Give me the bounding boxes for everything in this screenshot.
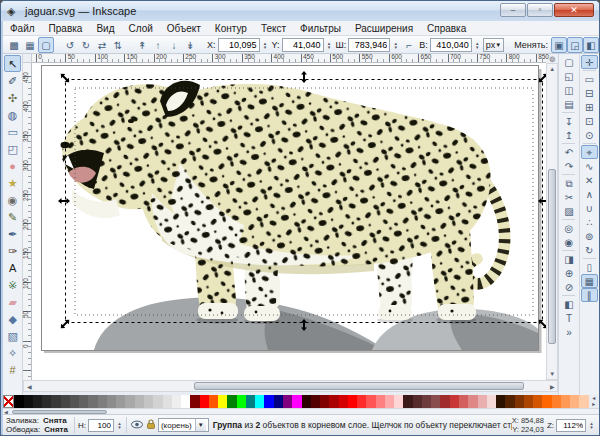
palette-swatch[interactable] (227, 395, 236, 408)
paste-button[interactable]: ▨ (560, 204, 577, 218)
palette-swatch[interactable] (116, 395, 125, 408)
snap-cusp-nodes-button[interactable]: ∧ (581, 187, 598, 201)
palette-swatch[interactable] (376, 395, 385, 408)
snap-intersections-button[interactable]: ✕ (581, 173, 598, 187)
palette-swatch[interactable] (98, 395, 107, 408)
flip-vertical-button[interactable]: ⇅ (110, 37, 126, 53)
select-all-button[interactable]: ▩ (6, 37, 22, 53)
snap-object-centers-button[interactable]: ⊚ (581, 229, 598, 243)
raise-button[interactable]: ↑ (150, 37, 166, 53)
palette-swatch[interactable] (487, 395, 496, 408)
pencil-tool[interactable]: ✎ (4, 208, 21, 225)
dropper-tool[interactable]: ✧ (4, 344, 21, 361)
close-button[interactable]: ✕ (554, 3, 594, 17)
vertical-ruler[interactable]: 450400350300250200150100500 (23, 63, 32, 380)
palette-swatch[interactable] (88, 395, 97, 408)
zoom-drawing-button[interactable]: ◎ (560, 221, 577, 235)
layer-visibility-icon[interactable] (130, 420, 144, 431)
text-tool[interactable]: А (4, 259, 21, 276)
palette-swatch[interactable] (459, 395, 468, 408)
palette-swatch[interactable] (505, 395, 514, 408)
palette-swatch[interactable] (496, 395, 505, 408)
layer-selector[interactable]: (корень) ▼ (158, 418, 209, 432)
units-dropdown[interactable]: px ▼ (483, 38, 504, 52)
paint-bucket-tool[interactable]: ◆ (4, 310, 21, 327)
export-bitmap-button[interactable]: ↥ (560, 128, 577, 142)
snap-paths-button[interactable]: ∿ (581, 159, 598, 173)
raise-to-top-button[interactable]: ↟ (134, 37, 150, 53)
zoom-spinner[interactable] (588, 421, 595, 429)
palette-swatch[interactable] (311, 395, 320, 408)
palette-swatch[interactable] (533, 395, 542, 408)
palette-swatch[interactable] (561, 395, 570, 408)
snap-nodes-button[interactable]: ⌖ (581, 145, 598, 159)
zoom-page-button[interactable]: ◉ (560, 235, 577, 249)
palette-swatch[interactable] (264, 395, 273, 408)
minimize-button[interactable]: – (500, 3, 526, 17)
palette-swatch[interactable] (190, 395, 199, 408)
unlink-clone-button[interactable]: ⊘ (560, 280, 577, 294)
palette-swatch[interactable] (385, 395, 394, 408)
duplicate-button[interactable]: ◨ (560, 252, 577, 266)
palette-swatch[interactable] (357, 395, 366, 408)
zoom-input[interactable] (556, 419, 586, 432)
snap-bbox-corners-button[interactable]: ⊞ (581, 100, 598, 114)
transform-gradients-button[interactable]: ◧ (583, 37, 599, 53)
palette-swatch[interactable] (70, 395, 79, 408)
opacity-spinner[interactable] (116, 421, 123, 429)
palette-swatch[interactable] (579, 395, 588, 408)
palette-swatch[interactable] (135, 395, 144, 408)
tweak-tool[interactable]: ✣ (4, 89, 21, 106)
snap-enable-button[interactable]: ✛ (581, 55, 598, 69)
palette-swatch[interactable] (413, 395, 422, 408)
undo-button[interactable]: ↶ (560, 145, 577, 159)
menu-item-path[interactable]: Контур (208, 22, 254, 35)
redo-button[interactable]: ↷ (560, 159, 577, 173)
node-tool[interactable]: ✐ (4, 72, 21, 89)
save-document-button[interactable]: ◫ (560, 83, 577, 97)
fill-stroke-indicator[interactable]: Заливка:Снята Обводка:Снята (3, 416, 71, 434)
lower-to-bottom-button[interactable]: ↡ (182, 37, 198, 53)
menu-item-extensions[interactable]: Расширения (348, 22, 420, 35)
palette-swatch[interactable] (515, 395, 524, 408)
snap-bbox-centers-button[interactable]: ⊙ (581, 128, 598, 142)
x-input[interactable] (218, 38, 260, 52)
gradient-tool[interactable]: ▧ (4, 327, 21, 344)
palette-swatch[interactable] (24, 395, 33, 408)
open-document-button[interactable]: ◱ (560, 69, 577, 83)
palette-swatch[interactable] (237, 395, 246, 408)
spiral-tool[interactable]: ◉ (4, 191, 21, 208)
snap-grid-button[interactable]: ▦ (581, 274, 598, 288)
palette-swatch[interactable] (172, 395, 181, 408)
palette-swatch[interactable] (366, 395, 375, 408)
palette-swatch[interactable] (542, 395, 551, 408)
width-spinner[interactable] (392, 41, 399, 49)
deselect-button[interactable]: ▢ (38, 37, 54, 53)
palette-swatch[interactable] (348, 395, 357, 408)
palette-swatch[interactable] (181, 395, 190, 408)
palette-swatch[interactable] (422, 395, 431, 408)
print-document-button[interactable]: ▤ (560, 97, 577, 111)
palette-swatch[interactable] (431, 395, 440, 408)
eraser-tool[interactable]: ▰ (4, 293, 21, 310)
palette-swatch[interactable] (153, 395, 162, 408)
palette-swatch[interactable] (200, 395, 209, 408)
copy-button[interactable]: ⧉ (560, 176, 577, 190)
canvas[interactable] (32, 63, 546, 380)
title-bar[interactable]: ◈ jaguar.svg — Inkscape – ▫ ✕ (1, 1, 599, 21)
palette-swatch[interactable] (163, 395, 172, 408)
text-dialog-button[interactable]: Т (560, 311, 577, 325)
layer-lock-icon[interactable] (144, 419, 158, 431)
snap-bbox-button[interactable]: ▭ (581, 72, 598, 86)
box3d-tool[interactable]: ◰ (4, 140, 21, 157)
palette-swatch[interactable] (320, 395, 329, 408)
menu-item-layer[interactable]: Слой (121, 22, 159, 35)
palette-swatch[interactable] (302, 395, 311, 408)
menu-item-edit[interactable]: Правка (42, 22, 90, 35)
menu-item-help[interactable]: Справка (420, 22, 473, 35)
palette-swatch[interactable] (246, 395, 255, 408)
width-input[interactable] (348, 38, 390, 52)
menu-item-file[interactable]: Файл (3, 22, 42, 35)
palette-swatch[interactable] (524, 395, 533, 408)
scale-stroke-width-button[interactable]: ▣ (551, 37, 567, 53)
